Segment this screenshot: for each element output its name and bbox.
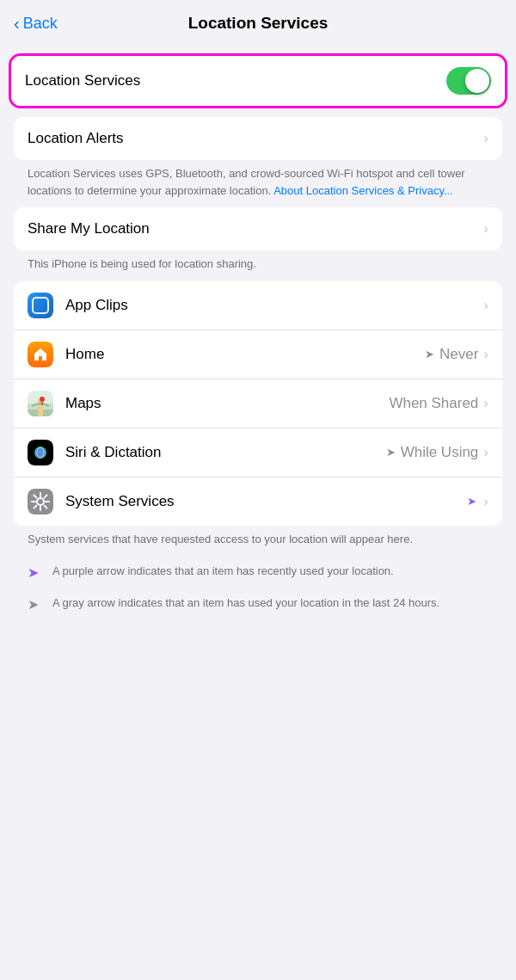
maps-icon <box>28 391 53 416</box>
app-list-section: App Clips › Home ➤ Never › <box>0 281 516 548</box>
maps-label: Maps <box>65 395 389 412</box>
maps-value: When Shared <box>389 395 478 412</box>
system-services-value: ➤ <box>467 495 478 508</box>
app-list-card: App Clips › Home ➤ Never › <box>14 281 502 526</box>
location-services-card: Location Services <box>9 53 507 108</box>
svg-line-13 <box>45 505 47 508</box>
location-alerts-section: Location Alerts › Location Services uses… <box>0 117 516 199</box>
svg-point-7 <box>37 498 44 505</box>
svg-line-15 <box>34 505 37 508</box>
chevron-right-icon: › <box>483 493 488 510</box>
siri-value: ➤ While Using <box>386 444 479 461</box>
legend-gray-text: A gray arrow indicates that an item has … <box>52 595 439 612</box>
siri-row[interactable]: Siri & Dictation ➤ While Using › <box>14 428 502 477</box>
location-description: Location Services uses GPS, Bluetooth, a… <box>28 165 488 199</box>
legend-section: ➤ A purple arrow indicates that an item … <box>0 556 516 619</box>
maps-permission: When Shared <box>389 395 478 412</box>
share-location-description: This iPhone is being used for location s… <box>28 256 488 273</box>
app-clips-icon <box>28 293 53 318</box>
svg-line-14 <box>45 495 47 497</box>
chevron-right-icon: › <box>483 220 488 237</box>
svg-point-5 <box>34 447 46 459</box>
share-location-card: Share My Location › <box>14 207 502 250</box>
back-button[interactable]: ‹ Back <box>14 15 58 33</box>
maps-row[interactable]: Maps When Shared › <box>14 379 502 428</box>
chevron-right-icon: › <box>483 395 488 412</box>
legend-gray: ➤ A gray arrow indicates that an item ha… <box>0 588 516 619</box>
back-label: Back <box>23 15 58 33</box>
location-services-row[interactable]: Location Services <box>11 56 505 106</box>
arrow-purple-icon: ➤ <box>467 495 476 508</box>
arrow-icon: ➤ <box>425 348 434 361</box>
home-value: ➤ Never <box>425 346 478 363</box>
siri-label: Siri & Dictation <box>65 444 386 461</box>
header: ‹ Back Location Services <box>0 0 516 46</box>
location-services-toggle[interactable] <box>446 67 491 95</box>
system-desc-text: System services that have requested acce… <box>28 533 413 545</box>
purple-arrow-icon: ➤ <box>28 564 39 581</box>
siri-icon <box>28 440 53 465</box>
home-row[interactable]: Home ➤ Never › <box>14 330 502 379</box>
arrow-icon: ➤ <box>386 446 396 459</box>
chevron-right-icon: › <box>483 130 488 147</box>
location-services-section: Location Services <box>0 53 516 108</box>
legend-purple-text: A purple arrow indicates that an item ha… <box>52 563 394 580</box>
svg-line-12 <box>34 495 37 497</box>
location-alerts-card: Location Alerts › <box>14 117 502 160</box>
privacy-link[interactable]: About Location Services & Privacy... <box>273 184 453 197</box>
system-services-description: System services that have requested acce… <box>28 531 488 548</box>
share-location-sub-text: This iPhone is being used for location s… <box>28 257 256 270</box>
siri-permission: While Using <box>401 444 479 461</box>
home-icon <box>28 342 53 367</box>
chevron-right-icon: › <box>483 346 488 363</box>
system-services-icon <box>28 489 53 515</box>
chevron-left-icon: ‹ <box>14 15 20 32</box>
location-alerts-label: Location Alerts <box>28 130 483 147</box>
home-label: Home <box>65 346 425 363</box>
share-location-label: Share My Location <box>28 220 483 237</box>
gray-arrow-icon: ➤ <box>28 596 39 613</box>
toggle-knob <box>465 69 489 93</box>
home-permission: Never <box>439 346 478 363</box>
system-services-row[interactable]: System Services ➤ › <box>14 477 502 526</box>
app-clips-label: App Clips <box>65 297 483 314</box>
app-clips-row[interactable]: App Clips › <box>14 281 502 330</box>
location-services-label: Location Services <box>25 72 446 89</box>
share-location-section: Share My Location › This iPhone is being… <box>0 207 516 273</box>
page-title: Location Services <box>188 14 329 33</box>
chevron-right-icon: › <box>483 444 488 461</box>
system-services-label: System Services <box>65 493 467 510</box>
share-location-row[interactable]: Share My Location › <box>14 207 502 250</box>
svg-point-4 <box>40 397 45 402</box>
legend-purple: ➤ A purple arrow indicates that an item … <box>0 556 516 588</box>
location-alerts-row[interactable]: Location Alerts › <box>14 117 502 160</box>
chevron-right-icon: › <box>483 297 488 314</box>
